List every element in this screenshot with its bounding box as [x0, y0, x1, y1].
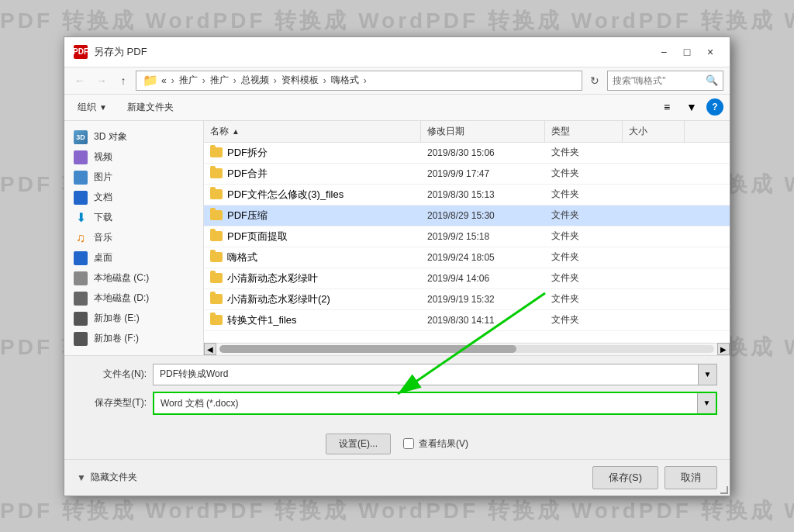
music-icon: ♫: [74, 231, 88, 245]
forward-button[interactable]: →: [92, 71, 111, 90]
dialog-icon: PDF: [74, 45, 88, 59]
file-type-7: 文件夹: [545, 268, 623, 288]
back-button[interactable]: ←: [71, 71, 89, 90]
file-type-8: 文件夹: [545, 289, 623, 309]
sidebar-label-new-e: 新加卷 (E:): [94, 312, 140, 325]
toolbar: 组织 ▼ 新建文件夹 ≡ ▼ ?: [64, 95, 730, 121]
minimize-button[interactable]: −: [654, 43, 674, 60]
file-date-1: 2019/8/30 15:06: [421, 144, 545, 161]
file-row-2[interactable]: PDF合并 2019/9/9 17:47 文件夹: [204, 164, 730, 185]
doc-icon: [74, 191, 88, 205]
folder-icon-5: [210, 231, 223, 241]
sidebar-item-doc[interactable]: 文档: [64, 188, 203, 208]
col-header-size[interactable]: 大小: [623, 121, 685, 142]
filetype-value[interactable]: Word 文档 (*.docx): [154, 393, 697, 413]
settings-button[interactable]: 设置(E)...: [326, 434, 391, 454]
file-row-4[interactable]: PDF压缩 2019/8/29 15:30 文件夹: [204, 206, 730, 226]
col-header-type[interactable]: 类型: [545, 121, 623, 142]
save-button[interactable]: 保存(S): [592, 466, 658, 489]
filetype-row: 保存类型(T): Word 文档 (*.docx) ▼: [77, 392, 717, 415]
main-content: 3D 3D 对象 视频 图片 文档 ⬇ 下载 ♫ 音乐: [64, 121, 730, 355]
col-header-date[interactable]: 修改日期: [421, 121, 545, 142]
view-dropdown-button[interactable]: ▼: [682, 98, 702, 116]
folder-icon-7: [210, 273, 223, 283]
sidebar-item-3d[interactable]: 3D 3D 对象: [64, 127, 203, 147]
address-path[interactable]: 📁 « › 推广 › 推广 › 总视频 › 资料模板 › 嗨格式 ›: [136, 71, 582, 91]
search-icon: 🔍: [706, 74, 718, 86]
file-name-7: 小清新动态水彩绿叶: [204, 268, 421, 288]
file-row-7[interactable]: 小清新动态水彩绿叶 2019/9/4 14:06 文件夹: [204, 268, 730, 289]
search-input[interactable]: [613, 75, 703, 86]
col-header-name[interactable]: 名称 ▲: [204, 121, 421, 142]
file-row-8[interactable]: 小清新动态水彩绿叶(2) 2019/9/19 15:32 文件夹: [204, 289, 730, 310]
sidebar-item-desktop[interactable]: 桌面: [64, 248, 203, 268]
sidebar-label-desktop: 桌面: [94, 251, 112, 264]
filename-input[interactable]: [154, 364, 698, 385]
sidebar-item-video[interactable]: 视频: [64, 147, 203, 168]
sidebar-label-new-f: 新加卷 (F:): [94, 332, 139, 345]
col-type-label: 类型: [551, 125, 570, 138]
col-date-label: 修改日期: [427, 125, 464, 138]
sidebar-item-new-e[interactable]: 新加卷 (E:): [64, 309, 203, 329]
path-part-6: 嗨格式: [331, 74, 359, 87]
file-type-9: 文件夹: [545, 310, 623, 330]
file-type-2: 文件夹: [545, 164, 623, 183]
view-button[interactable]: ≡: [657, 98, 677, 116]
file-name-4: PDF压缩: [204, 206, 421, 226]
refresh-button[interactable]: ↻: [585, 71, 604, 90]
new-vol-f-icon: [74, 332, 88, 346]
file-row-9[interactable]: 转换文件1_files 2019/8/30 14:11 文件夹: [204, 310, 730, 331]
file-size-9: [623, 317, 685, 323]
file-row-3[interactable]: PDF文件怎么修改(3)_files 2019/8/30 15:13 文件夹: [204, 185, 730, 206]
cancel-button[interactable]: 取消: [665, 466, 717, 489]
hide-folders-toggle[interactable]: ▼ 隐藏文件夹: [77, 471, 137, 484]
sidebar-item-disk-d[interactable]: 本地磁盘 (D:): [64, 288, 203, 309]
file-row-5[interactable]: PDF页面提取 2019/9/2 15:18 文件夹: [204, 226, 730, 247]
file-date-4: 2019/8/29 15:30: [421, 207, 545, 224]
folder-icon-9: [210, 315, 223, 325]
sidebar-item-image[interactable]: 图片: [64, 168, 203, 188]
file-size-5: [623, 233, 685, 240]
sidebar-label-doc: 文档: [94, 191, 112, 204]
file-row-1[interactable]: PDF拆分 2019/8/30 15:06 文件夹: [204, 143, 730, 164]
sidebar-label-3d: 3D 对象: [94, 130, 127, 143]
scroll-right-button[interactable]: ▶: [717, 343, 730, 355]
footer: ▼ 隐藏文件夹 保存(S) 取消: [64, 459, 730, 496]
scroll-track: [219, 345, 714, 353]
maximize-button[interactable]: □: [677, 43, 697, 60]
path-part-2: 推广: [179, 74, 198, 87]
scroll-left-button[interactable]: ◀: [204, 343, 216, 355]
search-box[interactable]: 🔍: [607, 71, 723, 91]
path-sep-2: ›: [202, 75, 205, 86]
file-date-6: 2019/9/24 18:05: [421, 249, 545, 266]
sidebar-item-new-f[interactable]: 新加卷 (F:): [64, 329, 203, 349]
options-row: 设置(E)... 查看结果(V): [64, 429, 730, 459]
help-button[interactable]: ?: [706, 98, 723, 116]
up-button[interactable]: ↑: [114, 71, 133, 90]
sidebar-item-music[interactable]: ♫ 音乐: [64, 228, 203, 248]
view-result-checkbox[interactable]: [403, 438, 414, 449]
file-row-6[interactable]: 嗨格式 2019/9/24 18:05 文件夹: [204, 247, 730, 268]
organize-button[interactable]: 组织 ▼: [71, 98, 114, 117]
path-part-4: 总视频: [241, 74, 269, 87]
file-size-7: [623, 275, 685, 282]
file-name-9: 转换文件1_files: [204, 310, 421, 330]
disk-c-icon: [74, 271, 88, 285]
scroll-thumb[interactable]: [219, 345, 516, 353]
view-result-label[interactable]: 查看结果(V): [403, 437, 468, 451]
desktop-icon: [74, 251, 88, 265]
sidebar-item-download[interactable]: ⬇ 下载: [64, 208, 203, 228]
path-icon: 📁: [143, 73, 158, 88]
video-icon: [74, 150, 88, 164]
close-button[interactable]: ×: [700, 43, 720, 60]
filetype-dropdown-arrow[interactable]: ▼: [697, 393, 716, 413]
path-part-5: 资料模板: [281, 74, 319, 87]
resize-handle[interactable]: [720, 486, 730, 496]
new-folder-button[interactable]: 新建文件夹: [120, 98, 181, 117]
toolbar-right: ≡ ▼ ?: [657, 98, 723, 116]
folder-icon-6: [210, 252, 223, 262]
horizontal-scrollbar[interactable]: ◀ ▶: [204, 343, 730, 355]
sidebar-item-disk-c[interactable]: 本地磁盘 (C:): [64, 268, 203, 288]
file-date-2: 2019/9/9 17:47: [421, 165, 545, 182]
filename-dropdown-arrow[interactable]: ▼: [698, 364, 716, 385]
